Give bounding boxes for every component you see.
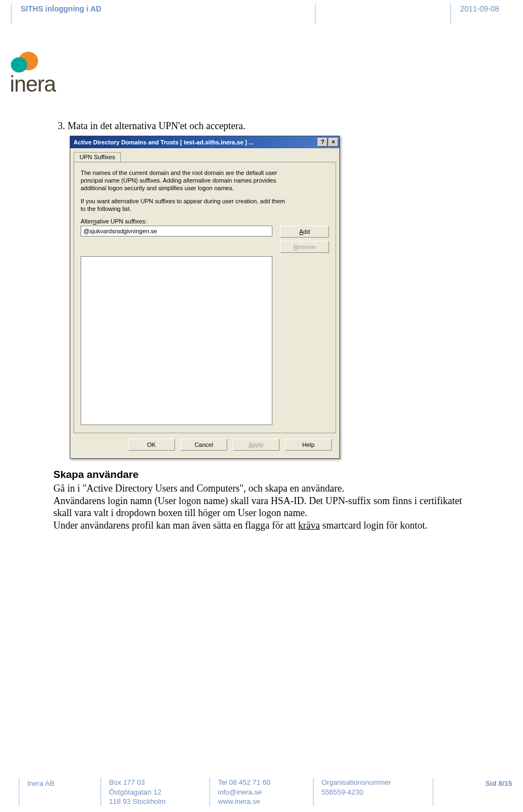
step-3-text: 3. Mata in det alternativa UPN'et och ac… bbox=[70, 120, 467, 132]
footer-address: Box 177 03 Östgötagatan 12 118 93 Stockh… bbox=[109, 778, 202, 807]
footer-web: www.inera.se bbox=[218, 797, 305, 807]
header-divider bbox=[315, 3, 316, 24]
header-date: 2011-09-08 bbox=[460, 3, 499, 13]
footer-city: 118 93 Stockholm bbox=[109, 797, 202, 807]
footer-email: info@inera.se bbox=[218, 787, 305, 797]
heading-skapa-anvandare: Skapa användare bbox=[53, 469, 467, 481]
footer-divider bbox=[433, 778, 434, 806]
footer-box: Box 177 03 bbox=[109, 778, 202, 787]
footer-divider bbox=[100, 778, 101, 806]
tab-upn-suffixes[interactable]: UPN Suffixes bbox=[74, 152, 121, 162]
help-icon[interactable]: ? bbox=[318, 138, 327, 147]
footer-divider bbox=[19, 778, 20, 806]
footer-divider bbox=[209, 778, 210, 806]
document-body: 3. Mata in det alternativa UPN'et och ac… bbox=[53, 120, 467, 532]
tab-page: The names of the current domain and the … bbox=[74, 162, 336, 433]
dialog-button-row: OK Cancel Apply Help bbox=[70, 439, 339, 458]
footer-org: Organisationsnummer 556559-4230 bbox=[321, 778, 425, 807]
tabstrip: UPN Suffixes bbox=[70, 148, 339, 162]
footer-org-label: Organisationsnummer bbox=[321, 778, 425, 787]
header-divider bbox=[11, 3, 12, 24]
text: Under användarens profil kan man även sä… bbox=[53, 520, 298, 531]
footer-page: Sid 8/15 bbox=[485, 778, 512, 807]
logo: inera bbox=[10, 51, 81, 96]
body-paragraph: Användarens login namn (User logon name)… bbox=[53, 495, 467, 519]
footer-company: Inera AB bbox=[27, 778, 93, 807]
inera-logo-icon bbox=[10, 51, 81, 74]
apply-button[interactable]: Apply bbox=[233, 439, 279, 451]
text: smartcard login för kontot. bbox=[320, 520, 427, 531]
dialog-desc-1: The names of the current domain and the … bbox=[81, 169, 288, 192]
underlined-text: kräva bbox=[298, 520, 320, 531]
upn-suffixes-label: Alternative UPN suffixes: bbox=[81, 218, 329, 225]
remove-button[interactable]: Remove bbox=[280, 241, 329, 253]
dialog-titlebar: Active Directory Domains and Trusts [ te… bbox=[70, 136, 339, 148]
header-title: SITHS inloggning i AD bbox=[21, 3, 101, 13]
upn-suffix-input[interactable] bbox=[81, 226, 272, 237]
page-footer: Inera AB Box 177 03 Östgötagatan 12 118 … bbox=[0, 773, 523, 812]
close-icon[interactable]: × bbox=[329, 138, 338, 147]
ok-button[interactable]: OK bbox=[128, 439, 175, 451]
footer-tel: Tel 08 452 71 60 bbox=[218, 778, 305, 787]
body-paragraph: Gå in i "Active Directory Users and Comp… bbox=[53, 483, 467, 495]
dialog-title: Active Directory Domains and Trusts [ te… bbox=[74, 139, 317, 146]
svg-point-1 bbox=[11, 57, 27, 72]
page-header: SITHS inloggning i AD 2011-09-08 bbox=[0, 0, 523, 24]
cancel-button[interactable]: Cancel bbox=[180, 439, 227, 451]
header-divider bbox=[450, 3, 451, 24]
footer-divider bbox=[313, 778, 314, 806]
dialog-desc-2: If you want alternative UPN suffixes to … bbox=[81, 197, 288, 213]
add-button[interactable]: Add bbox=[280, 226, 329, 238]
logo-text: inera bbox=[10, 72, 81, 96]
upn-suffix-listbox[interactable] bbox=[81, 256, 272, 425]
help-button[interactable]: Help bbox=[285, 439, 332, 451]
body-paragraph: Under användarens profil kan man även sä… bbox=[53, 520, 467, 532]
footer-contact: Tel 08 452 71 60 info@inera.se www.inera… bbox=[218, 778, 305, 807]
footer-street: Östgötagatan 12 bbox=[109, 787, 202, 797]
footer-org-num: 556559-4230 bbox=[321, 787, 425, 797]
upn-suffixes-dialog: Active Directory Domains and Trusts [ te… bbox=[70, 136, 340, 459]
